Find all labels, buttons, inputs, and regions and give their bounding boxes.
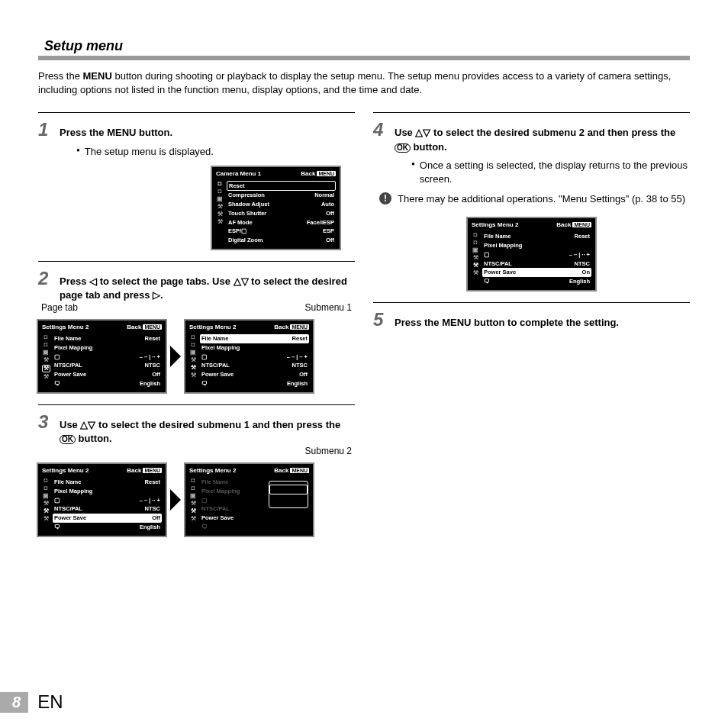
lcd-settings-left: Settings Menu 2BackMENU ◘◘▣⚒⚒⚒ File Name…: [38, 321, 166, 392]
playback-icon: ▣: [43, 350, 49, 356]
wrench-selected-icon: ⚒: [191, 508, 196, 514]
note-icon: !: [379, 192, 391, 205]
wrench3-icon: ⚒: [43, 374, 49, 380]
step-number: 1: [38, 119, 53, 140]
lcd-settings-right: Settings Menu 2BackMENU ◘◘▣⚒⚒⚒ File Name…: [185, 321, 313, 392]
wrench3-icon: ⚒: [191, 372, 196, 378]
label-page-tab: Page tab: [41, 302, 78, 313]
playback-icon: ▣: [190, 350, 196, 356]
camera2-icon: ◘: [44, 485, 48, 491]
wrench3-icon: ⚒: [473, 270, 478, 276]
wrench-selected-icon: ⚒: [473, 263, 478, 269]
playback-icon: ▣: [43, 493, 49, 499]
step-2-text: Press ◁ to select the page tabs. Use △▽ …: [60, 275, 355, 302]
triangle-up-icon: △: [80, 419, 88, 430]
step-3: 3 Use △▽ to select the desired submenu 1…: [38, 404, 355, 536]
wrench-icon: ⚒: [191, 501, 196, 507]
wrench-icon: ⚒: [217, 204, 223, 210]
wrench3-icon: ⚒: [217, 219, 223, 225]
step-4: 4 Use △▽ to select the desired submenu 2…: [373, 112, 690, 289]
triangle-right-icon: ▷: [153, 289, 160, 301]
camera-icon: ◘: [474, 232, 478, 238]
lcd-camera-menu-1: Camera Menu 1 BackMENU ◘ ◘ ▣ ⚒ ⚒ ⚒: [212, 167, 340, 249]
step-5-text: Press the MENU button to complete the se…: [395, 316, 690, 330]
submenu-popup: Off On: [269, 481, 308, 508]
lcd-title: Camera Menu 1: [216, 170, 261, 177]
lcd-step3-left: Settings Menu 2BackMENU ◘◘▣⚒⚒⚒ File Name…: [38, 464, 166, 536]
triangle-left-icon: ◁: [89, 275, 97, 287]
lcd-list: Reset CompressionNormal Shadow AdjustAut…: [225, 179, 339, 248]
triangle-up-icon: △: [234, 275, 241, 287]
step-number: 3: [38, 411, 53, 433]
ok-button-icon: OK: [60, 435, 76, 444]
wrench-icon: ⚒: [191, 357, 196, 363]
wrench2-icon: ⚒: [217, 211, 223, 217]
wrench-icon: ⚒: [43, 357, 49, 363]
camera2-icon: ◘: [44, 342, 48, 348]
ok-button-icon: OK: [395, 143, 411, 153]
step-1-bullet: The setup menu is displayed.: [76, 145, 355, 159]
page-number: 8: [0, 692, 28, 713]
wrench-icon: ⚒: [473, 255, 478, 261]
playback-icon: ▣: [472, 247, 478, 253]
step-1-text: Press the MENU button.: [60, 126, 355, 140]
camera-icon: ◘: [44, 334, 48, 340]
step-4-note: ! There may be additional operations. "M…: [379, 192, 690, 206]
page-language: EN: [37, 691, 63, 713]
triangle-down-icon: ▽: [241, 275, 249, 287]
lcd-back: BackMENU: [301, 170, 336, 177]
camera2-icon: ◘: [218, 188, 222, 195]
note-text: There may be additional operations. "Men…: [398, 192, 685, 206]
arrow-right-icon: [170, 346, 181, 367]
wrench-selected-icon: ⚒: [43, 508, 49, 514]
intro-pre: Press the: [38, 70, 83, 82]
step-5: 5 Press the MENU button to complete the …: [373, 302, 690, 330]
wrench3-icon: ⚒: [43, 516, 49, 522]
lcd-labels: Submenu 2: [38, 446, 355, 456]
wrench-icon: ⚒: [43, 501, 49, 507]
page-footer: 8 EN: [0, 691, 63, 713]
playback-icon: ▣: [190, 493, 196, 499]
lcd-labels: Page tab Submenu 1: [38, 302, 355, 313]
step-4-text: Use △▽ to select the desired submenu 2 a…: [395, 126, 690, 153]
intro-text: Press the MENU button during shooting or…: [38, 69, 690, 97]
lcd-tab-icons: ◘ ◘ ▣ ⚒ ⚒ ⚒: [213, 179, 225, 248]
triangle-up-icon: △: [415, 127, 423, 138]
camera-icon: ◘: [192, 334, 195, 340]
popup-option-off: Off: [269, 485, 308, 494]
popup-option-on: On: [270, 496, 307, 504]
step-4-bullet: Once a setting is selected, the display …: [411, 159, 690, 186]
step-number: 4: [373, 119, 388, 140]
label-submenu1: Submenu 1: [305, 302, 352, 313]
camera2-icon: ◘: [192, 342, 195, 348]
camera2-icon: ◘: [192, 485, 195, 491]
step-3-text: Use △▽ to select the desired submenu 1 a…: [60, 418, 355, 446]
camera-icon: ◘: [218, 181, 222, 187]
step-number: 5: [373, 309, 388, 330]
step-1: 1 Press the MENU button. The setup menu …: [38, 112, 355, 248]
triangle-down-icon: ▽: [88, 419, 95, 430]
lcd-step4: Settings Menu 2BackMENU ◘◘▣⚒⚒⚒ File Name…: [468, 218, 595, 290]
playback-icon: ▣: [217, 196, 223, 202]
step-2: 2 Press ◁ to select the page tabs. Use △…: [38, 261, 355, 392]
wrench3-icon: ⚒: [191, 516, 196, 522]
triangle-down-icon: ▽: [423, 127, 430, 138]
wrench-selected-icon: ⚒: [191, 365, 196, 371]
intro-post: button during shooting or playback to di…: [38, 70, 671, 95]
camera-icon: ◘: [44, 478, 48, 484]
camera-icon: ◘: [192, 478, 195, 484]
arrow-right-icon: [170, 489, 181, 511]
wrench-selected-icon: ⚒: [42, 365, 50, 372]
section-title: Setup menu: [38, 38, 690, 60]
step-number: 2: [38, 268, 53, 289]
label-submenu2: Submenu 2: [305, 446, 352, 456]
intro-menu: MENU: [83, 70, 112, 82]
camera2-icon: ◘: [474, 240, 478, 246]
